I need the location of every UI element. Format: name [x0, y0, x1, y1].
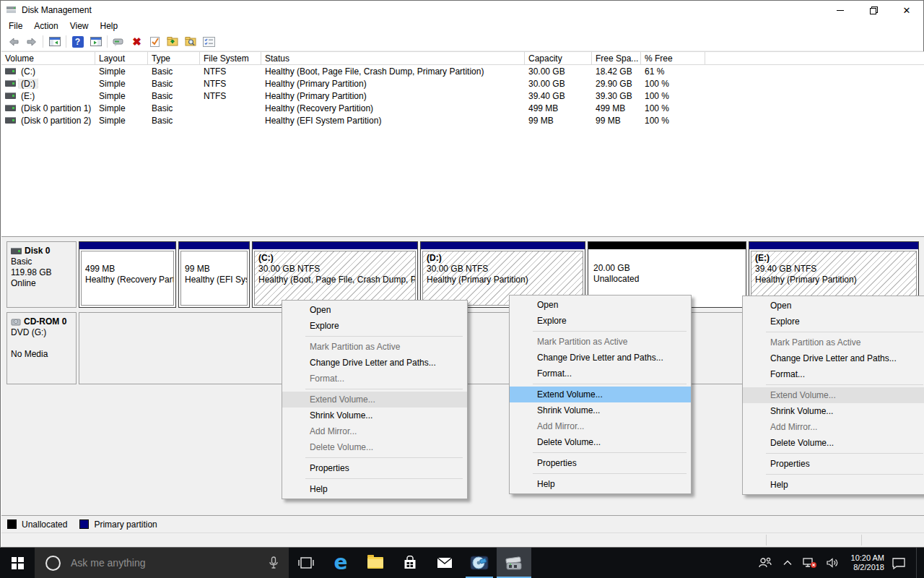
menu-item-change-drive-letter[interactable]: Change Drive Letter and Paths...	[282, 355, 467, 371]
partition-status: Healthy (Boot, Page File, Crash Dump, Pr	[258, 275, 415, 285]
partition-recovery[interactable]: 499 MB Healthy (Recovery Parti	[79, 241, 176, 308]
menu-item-format[interactable]: Format...	[743, 366, 924, 382]
context-menu-e: Open Explore Mark Partition as Active Ch…	[742, 296, 924, 495]
folder-up-icon[interactable]	[164, 33, 182, 50]
table-row-partition1[interactable]: (Disk 0 partition 1) Simple Basic Health…	[1, 102, 924, 114]
menu-item-properties[interactable]: Properties	[510, 455, 691, 471]
menu-item-help[interactable]: Help	[282, 481, 467, 497]
console-tree-toggle-icon[interactable]	[45, 33, 64, 50]
header-type[interactable]: Type	[148, 52, 200, 64]
partition-efi[interactable]: 99 MB Healthy (EFI Syst	[178, 241, 250, 308]
partition-color-bar	[588, 242, 746, 249]
cell-type: Basic	[148, 103, 200, 113]
menu-item-shrink-volume[interactable]: Shrink Volume...	[743, 403, 924, 419]
taskbar-clock[interactable]: 10:20 AM 8/2/2018	[847, 553, 884, 572]
cd-icon	[11, 318, 21, 327]
header-layout[interactable]: Layout	[95, 52, 148, 64]
menu-item-change-drive-letter[interactable]: Change Drive Letter and Paths...	[743, 350, 924, 366]
cell-capacity: 499 MB	[525, 103, 592, 113]
header-filler	[705, 52, 924, 64]
partition-status: Healthy (Recovery Parti	[85, 275, 173, 285]
cell-type: Basic	[148, 91, 200, 101]
volume-name: (Disk 0 partition 2)	[19, 116, 93, 126]
header-capacity[interactable]: Capacity	[525, 52, 592, 64]
close-button[interactable]: ✕	[890, 1, 923, 20]
people-icon[interactable]	[757, 557, 773, 569]
search-box[interactable]: Ask me anything	[35, 548, 289, 578]
cell-pct-free: 100 %	[641, 79, 705, 89]
check-document-icon[interactable]	[146, 33, 164, 50]
popup-tool-icon[interactable]	[110, 33, 128, 50]
menu-help[interactable]: Help	[95, 20, 124, 32]
menu-item-open[interactable]: Open	[510, 297, 691, 313]
details-list-icon[interactable]	[200, 33, 218, 50]
menu-item-delete-volume: Delete Volume...	[282, 439, 467, 455]
menu-item-shrink-volume[interactable]: Shrink Volume...	[282, 407, 467, 423]
action-pane-toggle-icon[interactable]	[87, 33, 105, 50]
taskbar-app-partition-tool[interactable]	[462, 548, 497, 578]
microphone-icon[interactable]	[269, 556, 279, 569]
minimize-icon	[837, 10, 844, 11]
menu-item-help[interactable]: Help	[510, 476, 691, 492]
menu-item-open[interactable]: Open	[282, 302, 467, 318]
chevron-up-icon[interactable]	[780, 560, 796, 566]
menu-item-explore[interactable]: Explore	[510, 313, 691, 329]
menu-item-extend-volume[interactable]: Extend Volume...	[510, 387, 691, 402]
menu-item-shrink-volume[interactable]: Shrink Volume...	[510, 402, 691, 418]
network-error-icon[interactable]	[802, 557, 818, 569]
menu-action[interactable]: Action	[28, 20, 64, 32]
cdrom-info-box[interactable]: CD-ROM 0 DVD (G:) No Media	[6, 312, 77, 384]
taskbar-app-file-explorer[interactable]	[358, 548, 393, 578]
menu-item-change-drive-letter[interactable]: Change Drive Letter and Paths...	[510, 350, 691, 366]
start-button[interactable]	[0, 548, 35, 578]
folder-search-icon[interactable]	[182, 33, 200, 50]
volume-list-pane: Volume Layout Type File System Status Ca…	[1, 51, 924, 236]
partition-c[interactable]: (C:) 30.00 GB NTFS Healthy (Boot, Page F…	[252, 241, 418, 308]
partition-size: 99 MB	[185, 264, 247, 275]
table-row-d[interactable]: (D:) Simple Basic NTFS Healthy (Primary …	[1, 77, 924, 90]
header-file-system[interactable]: File System	[200, 52, 261, 64]
header-volume[interactable]: Volume	[1, 52, 95, 64]
table-row-e[interactable]: (E:) Simple Basic NTFS Healthy (Primary …	[1, 90, 924, 102]
delete-x-icon[interactable]: ✖	[128, 33, 146, 50]
toolbar-separator	[107, 35, 108, 48]
minimize-button[interactable]	[824, 1, 857, 20]
cell-status: Healthy (Recovery Partition)	[261, 103, 525, 113]
task-view-button[interactable]	[289, 548, 323, 578]
menu-item-format[interactable]: Format...	[510, 366, 691, 381]
header-pct-free[interactable]: % Free	[641, 52, 705, 64]
disk0-info-box[interactable]: Disk 0 Basic 119.98 GB Online	[6, 241, 77, 308]
menu-file[interactable]: File	[3, 20, 28, 32]
menu-item-delete-volume[interactable]: Delete Volume...	[743, 435, 924, 451]
menu-item-properties[interactable]: Properties	[743, 456, 924, 472]
restore-button[interactable]	[857, 1, 890, 20]
context-menu-c: Open Explore Mark Partition as Active Ch…	[282, 300, 468, 499]
action-center-icon[interactable]	[891, 557, 907, 569]
taskbar-app-store[interactable]	[393, 548, 427, 578]
header-free-space[interactable]: Free Spa...	[592, 52, 641, 64]
table-row-partition2[interactable]: (Disk 0 partition 2) Simple Basic Health…	[1, 114, 924, 126]
partition-size: 30.00 GB NTFS	[427, 264, 583, 275]
forward-arrow-icon[interactable]	[22, 33, 40, 50]
menu-view[interactable]: View	[64, 20, 95, 32]
taskbar-app-edge[interactable]: e	[323, 548, 358, 578]
menu-item-explore[interactable]: Explore	[282, 318, 467, 334]
desktop-screen: Disk Management ✕ File Action View Help …	[0, 0, 924, 578]
menu-item-explore[interactable]: Explore	[743, 314, 924, 329]
menu-item-open[interactable]: Open	[743, 298, 924, 314]
menu-item-delete-volume[interactable]: Delete Volume...	[510, 434, 691, 450]
taskbar-app-mail[interactable]	[427, 548, 462, 578]
back-arrow-icon[interactable]	[4, 33, 22, 50]
cell-capacity: 99 MB	[525, 116, 592, 126]
volume-icon	[5, 92, 16, 99]
volume-icon[interactable]	[824, 557, 840, 569]
menu-item-properties[interactable]: Properties	[282, 460, 467, 476]
show-desktop-button[interactable]	[916, 548, 920, 578]
menu-item-help[interactable]: Help	[743, 477, 924, 493]
table-row-c[interactable]: (C:) Simple Basic NTFS Healthy (Boot, Pa…	[1, 65, 924, 77]
header-status[interactable]: Status	[261, 52, 525, 64]
taskbar-app-disk-management[interactable]	[497, 548, 531, 578]
help-icon[interactable]: ?	[69, 33, 87, 50]
menu-separator	[766, 384, 923, 385]
system-tray: 10:20 AM 8/2/2018	[757, 548, 924, 578]
